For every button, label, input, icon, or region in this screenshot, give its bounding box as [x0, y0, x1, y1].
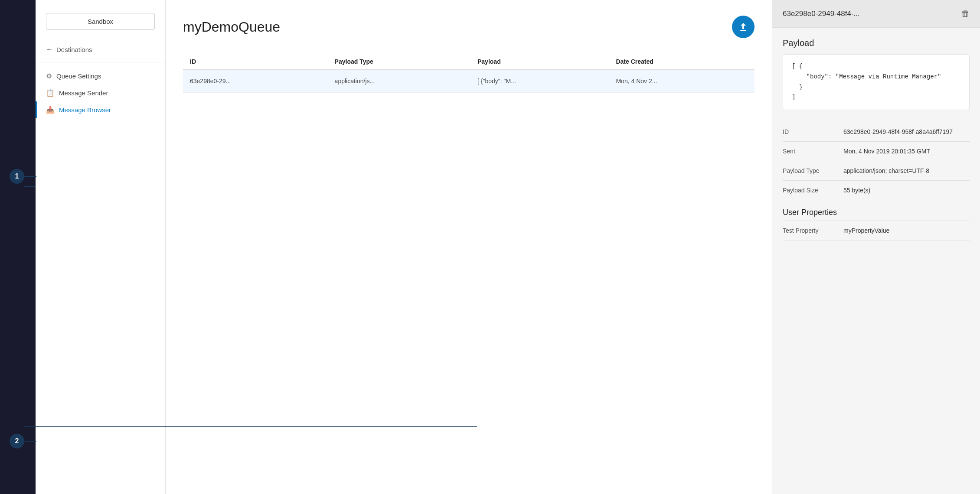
main-header: myDemoQueue	[183, 16, 755, 38]
delete-icon[interactable]: 🗑	[961, 9, 970, 19]
inbox-icon: 📥	[46, 106, 55, 114]
cell-id: 63e298e0-29...	[183, 70, 328, 93]
destinations-label: Destinations	[56, 46, 92, 53]
nav-sidebar: Sandbox ← Destinations ⚙ Queue Settings …	[36, 0, 166, 494]
upload-icon	[738, 22, 748, 32]
field-value-id: 63e298e0-2949-48f4-958f-a8a4a6ff7197	[843, 122, 970, 142]
cell-payload: [ {"body": "M...	[470, 70, 609, 93]
detail-id: 63e298e0-2949-48f4-...	[783, 10, 860, 18]
col-header-date-created: Date Created	[609, 54, 755, 70]
user-properties-header: User Properties	[783, 200, 970, 221]
field-label-id: ID	[783, 122, 843, 142]
sidebar-item-label: Queue Settings	[56, 72, 101, 80]
badge-1: 1	[10, 169, 24, 184]
detail-body: Payload [ { "body": "Message via Runtime…	[772, 28, 980, 251]
payload-section: Payload [ { "body": "Message via Runtime…	[783, 38, 970, 110]
field-value-sent: Mon, 4 Nov 2019 20:01:35 GMT	[843, 142, 970, 161]
page-title: myDemoQueue	[183, 19, 280, 35]
col-header-payload-type: Payload Type	[328, 54, 470, 70]
field-label-payload-size: Payload Size	[783, 181, 843, 200]
table-row[interactable]: 63e298e0-29... application/js... [ {"bod…	[183, 70, 755, 93]
cell-payload-type: application/js...	[328, 70, 470, 93]
sidebar-item-message-browser[interactable]: 📥 Message Browser	[36, 101, 165, 118]
detail-fields: ID 63e298e0-2949-48f4-958f-a8a4a6ff7197 …	[783, 122, 970, 240]
upload-button[interactable]	[732, 16, 755, 38]
main-content: myDemoQueue ID Payload Type Payload Date…	[166, 0, 772, 494]
payload-code: [ { "body": "Message via Runtime Manager…	[783, 54, 970, 110]
book-icon: 📋	[46, 89, 55, 97]
col-header-id: ID	[183, 54, 328, 70]
svg-rect-0	[740, 30, 746, 31]
field-value-test-property: myPropertyValue	[843, 221, 970, 240]
field-label-test-property: Test Property	[783, 221, 843, 240]
field-label-payload-type: Payload Type	[783, 161, 843, 181]
field-value-payload-size: 55 byte(s)	[843, 181, 970, 200]
left-rail: 1 2	[0, 0, 36, 494]
destinations-link[interactable]: ← Destinations	[36, 42, 165, 62]
back-arrow-icon: ←	[46, 46, 53, 53]
gear-icon: ⚙	[46, 72, 52, 80]
cell-date-created: Mon, 4 Nov 2...	[609, 70, 755, 93]
field-value-payload-type: application/json; charset=UTF-8	[843, 161, 970, 181]
badge-2: 2	[10, 434, 24, 448]
detail-header: 63e298e0-2949-48f4-... 🗑	[772, 0, 980, 28]
messages-table: ID Payload Type Payload Date Created 63e…	[183, 54, 755, 93]
payload-label: Payload	[783, 38, 970, 48]
sidebar-item-message-sender[interactable]: 📋 Message Sender	[36, 84, 165, 101]
field-label-sent: Sent	[783, 142, 843, 161]
sidebar-item-label: Message Browser	[59, 106, 111, 114]
sidebar-item-label: Message Sender	[59, 89, 108, 97]
sandbox-button[interactable]: Sandbox	[46, 13, 155, 30]
detail-panel: 63e298e0-2949-48f4-... 🗑 Payload [ { "bo…	[772, 0, 980, 494]
col-header-payload: Payload	[470, 54, 609, 70]
sidebar-item-queue-settings[interactable]: ⚙ Queue Settings	[36, 68, 165, 84]
